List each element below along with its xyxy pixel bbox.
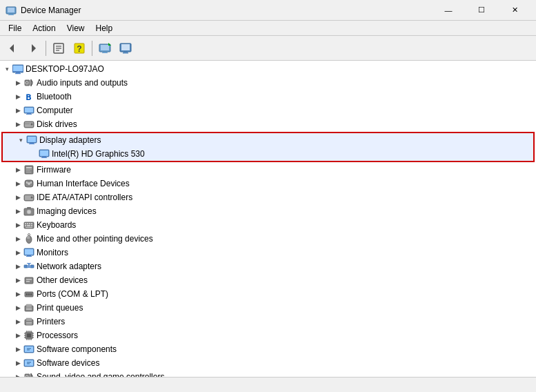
- bluetooth-expander[interactable]: ▶: [12, 91, 23, 102]
- tree-item-mice[interactable]: ▶ Mice and other pointing devices: [0, 232, 536, 246]
- svg-rect-97: [26, 324, 32, 324]
- tree-item-ide[interactable]: ▶ IDE ATA/ATAPI controllers: [0, 190, 536, 204]
- tree-item-network[interactable]: ▶ Network adapters: [0, 259, 536, 273]
- monitor-button[interactable]: [116, 39, 135, 58]
- svg-rect-50: [26, 172, 31, 173]
- tree-item-intel-gpu[interactable]: Intel(R) HD Graphics 530: [3, 147, 533, 161]
- tree-item-processors[interactable]: ▶ Proces: [0, 329, 536, 342]
- display-label: Display adapters: [39, 135, 101, 145]
- back-button[interactable]: [3, 39, 22, 58]
- toolbar: ?: [0, 36, 536, 61]
- audio-expander[interactable]: ▶: [12, 77, 23, 88]
- ide-expander[interactable]: ▶: [12, 192, 23, 203]
- svg-point-52: [28, 182, 30, 185]
- bluetooth-label: Bluetooth: [37, 92, 72, 101]
- network-label: Network adapters: [37, 262, 101, 271]
- close-button[interactable]: ✕: [499, 0, 530, 21]
- app-icon: [6, 5, 17, 16]
- tree-item-keyboards[interactable]: ▶ Keyboards: [0, 218, 536, 232]
- svg-point-59: [27, 210, 31, 214]
- menu-view[interactable]: View: [61, 22, 90, 35]
- menu-file[interactable]: File: [3, 22, 27, 35]
- tree-root[interactable]: ▾ DESKTOP-LO97JAO: [0, 62, 536, 76]
- processors-expander[interactable]: ▶: [12, 330, 23, 341]
- update-driver-button[interactable]: [95, 39, 115, 58]
- maximize-button[interactable]: ☐: [466, 0, 497, 21]
- sound-label: Sound, video and game controllers: [37, 372, 164, 377]
- mice-expander[interactable]: ▶: [12, 233, 23, 244]
- svg-rect-66: [25, 225, 26, 226]
- tree-item-bluetooth[interactable]: ▶ ʙ Bluetooth: [0, 90, 536, 104]
- tree-item-software-devices[interactable]: ▶ Software devices: [0, 356, 536, 370]
- computer-expander[interactable]: ▶: [12, 105, 23, 116]
- print-queues-expander[interactable]: ▶: [12, 302, 23, 313]
- svg-rect-41: [29, 144, 34, 144]
- menu-help[interactable]: Help: [90, 22, 119, 35]
- svg-rect-19: [123, 52, 128, 52]
- ports-label: Ports (COM & LPT): [37, 289, 108, 299]
- firmware-expander[interactable]: ▶: [12, 164, 23, 175]
- imaging-expander[interactable]: ▶: [12, 206, 23, 217]
- tree-item-imaging[interactable]: ▶ Imaging devices: [0, 204, 536, 218]
- svg-rect-87: [26, 293, 28, 295]
- svg-rect-24: [15, 73, 21, 74]
- printers-label: Printers: [37, 317, 65, 326]
- properties-button[interactable]: [49, 39, 68, 58]
- keyboards-label: Keyboards: [37, 220, 76, 230]
- tree-view[interactable]: ▾ DESKTOP-LO97JAO ▶: [0, 61, 536, 377]
- forward-button[interactable]: [23, 39, 43, 58]
- tree-item-audio[interactable]: ▶ Audio inputs and outputs: [0, 76, 536, 90]
- svg-rect-117: [25, 360, 33, 366]
- other-expander[interactable]: ▶: [12, 275, 23, 286]
- disk-expander[interactable]: ▶: [12, 119, 23, 130]
- menu-action[interactable]: Action: [27, 22, 61, 35]
- svg-rect-22: [13, 66, 23, 71]
- ports-expander[interactable]: ▶: [12, 288, 23, 300]
- svg-rect-18: [121, 44, 130, 50]
- firmware-label: Firmware: [37, 165, 71, 175]
- toolbar-separator-1: [46, 41, 46, 56]
- tree-item-firmware[interactable]: ▶ Firmware: [0, 163, 536, 177]
- software-devices-expander[interactable]: ▶: [12, 357, 23, 369]
- tree-item-other[interactable]: ▶ Other devices: [0, 273, 536, 287]
- tree-item-software-components[interactable]: ▶ Software components: [0, 342, 536, 356]
- ide-label: IDE ATA/ATAPI controllers: [37, 193, 132, 202]
- svg-point-57: [31, 197, 33, 199]
- tree-item-ports[interactable]: ▶ Ports (COM & LPT): [0, 287, 536, 301]
- network-expander[interactable]: ▶: [12, 261, 23, 272]
- svg-rect-91: [26, 304, 32, 307]
- svg-rect-77: [26, 256, 32, 257]
- hid-expander[interactable]: ▶: [12, 178, 23, 189]
- svg-rect-3: [8, 14, 14, 15]
- tree-item-sound[interactable]: ▶ Sound, video and game controllers: [0, 370, 536, 377]
- hid-label: Human Interface Devices: [37, 179, 130, 188]
- svg-marker-16: [108, 43, 111, 46]
- tree-item-hid[interactable]: ▶ Human Interface Devices: [0, 177, 536, 190]
- root-label: DESKTOP-LO97JAO: [26, 64, 104, 74]
- sound-icon: [23, 371, 34, 377]
- tree-item-printers[interactable]: ▶ Printers: [0, 315, 536, 329]
- minimize-button[interactable]: —: [433, 0, 464, 21]
- svg-rect-92: [26, 308, 32, 308]
- tree-item-monitors[interactable]: ▶ Monitors: [0, 246, 536, 259]
- hid-icon: [23, 178, 34, 189]
- sound-expander[interactable]: ▶: [12, 371, 23, 377]
- help-button[interactable]: ?: [70, 39, 89, 58]
- svg-rect-96: [26, 322, 32, 323]
- root-expander[interactable]: ▾: [1, 63, 12, 75]
- tree-item-display[interactable]: ▾ Display adapters: [3, 133, 533, 147]
- svg-rect-60: [27, 207, 31, 209]
- monitors-expander[interactable]: ▶: [12, 247, 23, 258]
- tree-item-computer[interactable]: ▶ Computer: [0, 104, 536, 117]
- keyboards-expander[interactable]: ▶: [12, 219, 23, 231]
- svg-rect-65: [31, 223, 32, 224]
- tree-item-disk[interactable]: ▶ Disk drives: [0, 117, 536, 131]
- svg-rect-48: [26, 169, 32, 170]
- main-content: ▾ DESKTOP-LO97JAO ▶: [0, 61, 536, 377]
- software-components-expander[interactable]: ▶: [12, 344, 23, 355]
- display-expander[interactable]: ▾: [15, 135, 26, 146]
- printers-expander[interactable]: ▶: [12, 316, 23, 327]
- tree-item-print-queues[interactable]: ▶ Print queues: [0, 301, 536, 315]
- mice-icon: [23, 233, 34, 244]
- svg-rect-89: [30, 293, 32, 295]
